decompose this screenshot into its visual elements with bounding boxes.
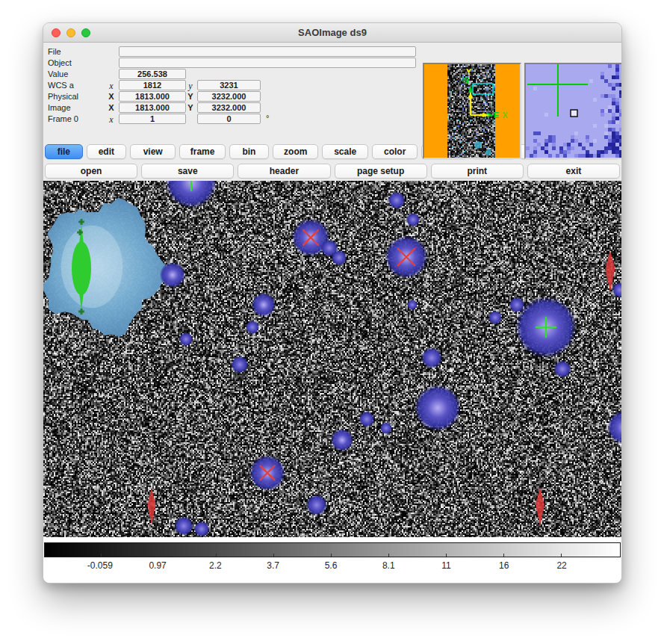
frame-zoom-field[interactable]: 1 [119,114,186,124]
colorbar-labels: -0.059 0.97 2.2 3.7 5.6 8.1 11 16 22 [43,560,621,572]
print-button[interactable]: print [431,164,524,179]
frame-row: Frame 0 x 1 0 ° [43,114,424,125]
wcs-y-label: y [185,81,196,92]
menu-zoom[interactable]: zoom [273,144,318,159]
value-field[interactable]: 256.538 [119,69,186,79]
menu-edit[interactable]: edit [87,144,126,159]
physical-row: Physical X 1813.000 Y 3232.000 [43,91,424,102]
image-row: Image X 1813.000 Y 3232.000 [43,102,424,114]
menu-scale[interactable]: scale [322,144,367,159]
physical-y-label: Y [185,92,196,101]
degree-symbol: ° [266,114,269,123]
menu-file[interactable]: file [45,144,83,159]
image-display[interactable] [43,181,622,537]
minimize-button[interactable] [66,28,75,37]
colorbar-tick-label: 11 [441,560,450,571]
object-row: Object [43,58,424,69]
colorbar-tick-label: 16 [499,560,509,571]
image-y-field[interactable]: 3232.000 [197,102,261,113]
main-image-canvas[interactable] [43,181,622,537]
physical-label: Physical [48,92,78,101]
object-field[interactable] [119,58,416,68]
exit-button[interactable]: exit [527,164,620,179]
colorbar-tick-label: 0.97 [149,560,166,571]
object-label: Object [48,58,72,67]
menu-frame[interactable]: frame [179,144,225,159]
file-actions: open save header page setup print exit [43,161,621,181]
info-panel: File Object Value 256.538 WCS a x 1812 y… [43,43,621,142]
image-x-field[interactable]: 1813.000 [119,102,186,113]
menu-bin[interactable]: bin [229,144,269,159]
file-row: File [43,46,424,58]
ds9-window: SAOImage ds9 File Object Value 256.538 W… [43,22,622,583]
panner[interactable] [423,63,521,159]
physical-x-field[interactable]: 1813.000 [119,91,186,102]
colorbar-tick-label: -0.059 [87,560,113,571]
image-y-label: Y [185,103,196,112]
wcs-x-label: x [106,81,117,92]
wcs-x-field[interactable]: 1812 [119,80,186,90]
frame-zoom-label: x [106,114,117,126]
window-title: SAOImage ds9 [43,27,621,38]
zoom-button[interactable] [81,28,90,37]
header-button[interactable]: header [238,164,330,179]
save-button[interactable]: save [141,164,234,179]
menu-color[interactable]: color [372,144,418,159]
image-x-label: X [106,103,117,112]
frame-rotation-field[interactable]: 0 [197,114,261,124]
colorbar-tick-label: 5.6 [325,560,338,571]
colorbar-tick-label: 8.1 [382,560,395,571]
image-label: Image [48,103,71,112]
value-label: Value [48,69,68,78]
physical-y-field[interactable]: 3232.000 [197,91,261,102]
page-setup-button[interactable]: page setup [335,164,427,179]
frame-label: Frame 0 [48,114,78,123]
wcs-y-field[interactable]: 3231 [197,80,261,90]
colorbar-section: -0.059 0.97 2.2 3.7 5.6 8.1 11 16 22 [43,537,621,583]
open-button[interactable]: open [45,164,137,179]
titlebar: SAOImage ds9 [43,23,621,43]
value-row: Value 256.538 [43,69,424,80]
magnifier-canvas [526,64,621,158]
file-label: File [48,47,61,56]
file-field[interactable] [119,46,416,57]
magnifier [524,63,622,159]
colorbar-tick-label: 3.7 [267,560,279,571]
colorbar[interactable] [44,542,621,557]
wcs-row: WCS a x 1812 y 3231 [43,80,424,91]
panner-canvas[interactable] [424,64,520,158]
close-button[interactable] [52,28,60,37]
physical-x-label: X [106,92,117,101]
colorbar-tick-label: 2.2 [209,560,222,571]
menu-view[interactable]: view [130,144,176,159]
colorbar-tick-label: 22 [556,560,566,571]
wcs-label: WCS a [48,81,74,90]
